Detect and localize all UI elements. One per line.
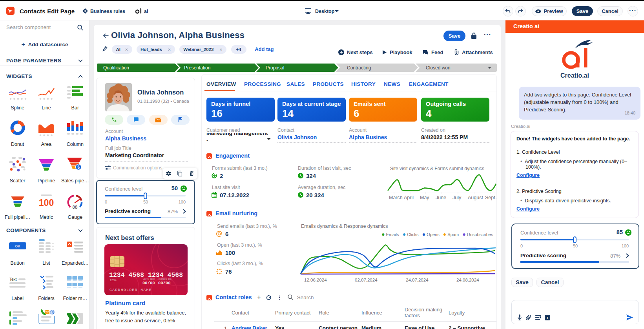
svg-text:Contracting: Contracting (347, 65, 371, 71)
svg-text:$: $ (78, 165, 80, 169)
svg-text:100: 100 (39, 198, 54, 208)
svg-text:00/00: 00/00 (158, 281, 171, 285)
svg-text:OK: OK (15, 244, 20, 248)
svg-text:Closed won: Closed won (426, 65, 451, 71)
svg-text:Text: Text (9, 277, 17, 282)
svg-text:Qualification: Qualification (103, 65, 129, 71)
svg-text:Proposal: Proposal (266, 65, 284, 71)
svg-text:T: T (546, 316, 549, 320)
svg-text:88: 88 (73, 205, 78, 209)
svg-text:00/00: 00/00 (142, 281, 155, 285)
svg-text:Presentation: Presentation (184, 65, 210, 71)
svg-text:1234: 1234 (109, 279, 117, 282)
svg-text:1234 4568 1234 4568: 1234 4568 1234 4568 (109, 271, 183, 279)
svg-text:CARDHOLDER NAME: CARDHOLDER NAME (109, 288, 152, 292)
